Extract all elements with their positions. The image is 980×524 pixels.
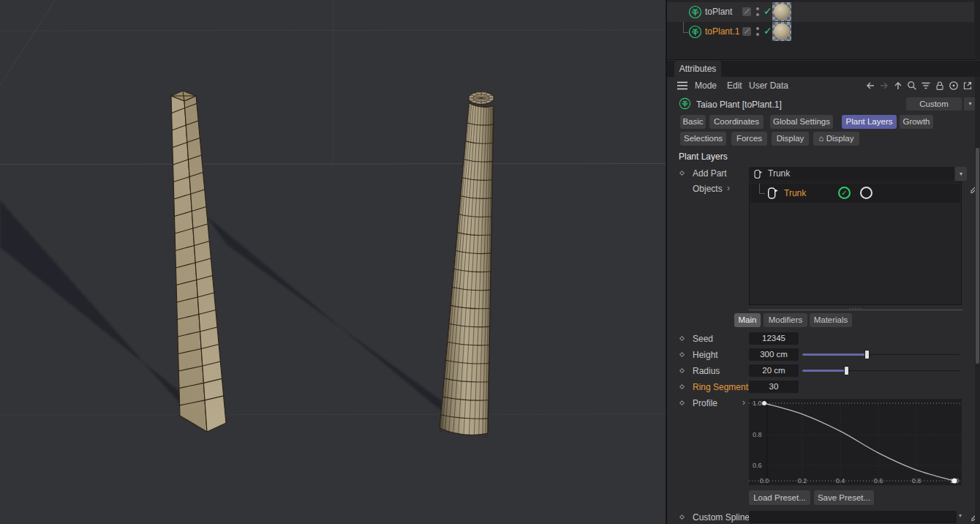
tab-attributes[interactable]: Attributes [674, 61, 721, 77]
ring-segments-field[interactable]: 30 [749, 381, 799, 393]
preset-dropdown[interactable]: Custom [906, 97, 962, 111]
svg-text:0.6: 0.6 [753, 462, 762, 469]
svg-text:1.0: 1.0 [753, 400, 762, 407]
chevron-expand-icon[interactable]: › [742, 397, 745, 408]
tab-coordinates[interactable]: Coordinates [709, 115, 764, 129]
render-visibility-dot-icon[interactable] [756, 33, 759, 36]
profile-graph-svg: 1.0 0.8 0.6 0.0 0.2 0.4 0.6 0.8 1.0 [749, 399, 962, 485]
render-visibility-dot-icon[interactable] [756, 13, 759, 16]
diamond-icon [679, 400, 685, 405]
layer-name[interactable]: Trunk [784, 188, 806, 198]
seed-field[interactable]: 12345 [749, 332, 799, 345]
height-field[interactable]: 300 cm [749, 348, 799, 361]
filter-icon[interactable] [920, 80, 932, 91]
layer-toggle-icon[interactable] [742, 27, 751, 36]
target-icon[interactable] [948, 80, 960, 91]
tab-growth[interactable]: Growth [900, 115, 933, 129]
svg-text:0.8: 0.8 [912, 477, 921, 484]
tab-display[interactable]: Display [772, 132, 809, 146]
popout-window-icon[interactable] [962, 80, 973, 91]
spline-control-point-end[interactable] [952, 479, 957, 484]
radius-slider[interactable] [802, 366, 960, 375]
tab-global-settings[interactable]: Global Settings [770, 115, 833, 129]
subtab-materials[interactable]: Materials [810, 313, 852, 327]
hamburger-menu-icon[interactable] [676, 81, 688, 91]
layer-empty-circle-icon[interactable] [860, 187, 872, 199]
section-heading: Plant Layers [679, 151, 728, 162]
custom-spline-label: Custom Spline [693, 512, 750, 523]
object-name[interactable]: toPlant.1 [705, 26, 739, 37]
layer-toggle-icon[interactable] [742, 7, 751, 16]
slider-handle[interactable] [864, 350, 870, 359]
tab-forces[interactable]: Forces [731, 132, 767, 146]
tab-selections[interactable]: Selections [680, 132, 726, 146]
menu-mode[interactable]: Mode [695, 81, 717, 91]
tree-connector [759, 193, 765, 194]
plant-object-icon [688, 25, 702, 39]
forward-arrow-icon[interactable] [878, 80, 890, 91]
editor-visibility-dot-icon[interactable] [756, 27, 759, 30]
editor-visibility-dot-icon[interactable] [756, 7, 759, 10]
spline-control-point-start[interactable] [762, 401, 766, 405]
back-arrow-icon[interactable] [864, 80, 876, 91]
chevron-right-icon[interactable]: › [727, 183, 730, 193]
3d-viewport[interactable] [0, 0, 666, 524]
grip-dots-icon: ····· [749, 305, 962, 312]
svg-text:0.0: 0.0 [760, 477, 769, 484]
material-thumbnail[interactable] [772, 22, 791, 41]
object-row-toplant[interactable]: toPlant ✓ [667, 2, 974, 22]
profile-spline-editor[interactable]: 1.0 0.8 0.6 0.0 0.2 0.4 0.6 0.8 1.0 [749, 399, 962, 485]
objects-list-item-trunk[interactable]: Trunk ✓ [750, 184, 960, 203]
custom-spline-dropdown-arrow-icon[interactable]: ▾ [959, 512, 962, 519]
radius-field[interactable]: 20 cm [749, 364, 799, 377]
slider-fill [802, 370, 846, 372]
up-arrow-icon[interactable] [892, 80, 904, 91]
lock-icon[interactable] [934, 80, 946, 91]
attributes-scrollbar-thumb[interactable] [976, 148, 979, 364]
material-sphere [774, 23, 790, 40]
tab-basic[interactable]: Basic [680, 115, 706, 129]
diamond-icon [679, 384, 685, 389]
material-thumbnail[interactable] [772, 2, 791, 21]
custom-spline-field[interactable] [749, 511, 957, 523]
load-preset-button[interactable]: Load Preset... [749, 490, 810, 505]
subtab-main[interactable]: Main [734, 313, 761, 327]
search-icon[interactable] [906, 80, 918, 91]
plant-object-icon [688, 5, 702, 19]
profile-label: Profile [693, 398, 717, 408]
subtab-modifiers[interactable]: Modifiers [764, 313, 807, 327]
enable-check-icon[interactable]: ✓ [764, 5, 772, 17]
diamond-icon [679, 352, 685, 357]
ring-segments-label: Ring Segments [693, 382, 753, 392]
tab-plant-layers[interactable]: Plant Layers [842, 115, 897, 129]
enable-check-icon[interactable]: ✓ [764, 25, 772, 37]
object-manager: toPlant ✓ toPlant.1 ✓ [667, 0, 980, 60]
diamond-icon [679, 368, 685, 373]
seed-label: Seed [693, 334, 713, 344]
object-row-toplant1[interactable]: toPlant.1 ✓ [667, 22, 974, 42]
menu-user-data[interactable]: User Data [749, 81, 788, 91]
svg-text:0.2: 0.2 [798, 477, 807, 484]
slider-handle[interactable] [844, 366, 849, 375]
plant-layers-objects-list[interactable]: Trunk ✓ [749, 181, 962, 305]
slider-fill [802, 353, 867, 356]
material-sphere [774, 4, 790, 20]
objects-label: Objects [693, 184, 723, 194]
height-slider[interactable] [802, 350, 960, 359]
graph-tick-labels: 1.0 0.8 0.6 0.0 0.2 0.4 0.6 0.8 1.0 [753, 400, 959, 484]
profile-spline-curve[interactable] [764, 403, 954, 481]
add-part-dropdown-arrow-icon[interactable]: ▾ [955, 167, 967, 181]
object-manager-scrollbar[interactable] [975, 0, 980, 60]
object-name[interactable]: toPlant [705, 7, 732, 17]
viewport-render [0, 0, 666, 524]
application-window: toPlant ✓ toPlant.1 ✓ [0, 0, 980, 524]
menu-edit[interactable]: Edit [727, 81, 742, 91]
diamond-icon [679, 171, 685, 176]
tab-hud-display[interactable]: ⌂ Display [813, 132, 859, 146]
plant-object-icon [679, 97, 691, 110]
graph-bounds-dotted [749, 403, 962, 481]
save-preset-button[interactable]: Save Preset... [814, 490, 874, 505]
layer-enabled-check-icon[interactable]: ✓ [838, 187, 851, 199]
trunk-part-icon [766, 187, 779, 200]
add-part-dropdown[interactable]: Trunk [749, 167, 954, 181]
